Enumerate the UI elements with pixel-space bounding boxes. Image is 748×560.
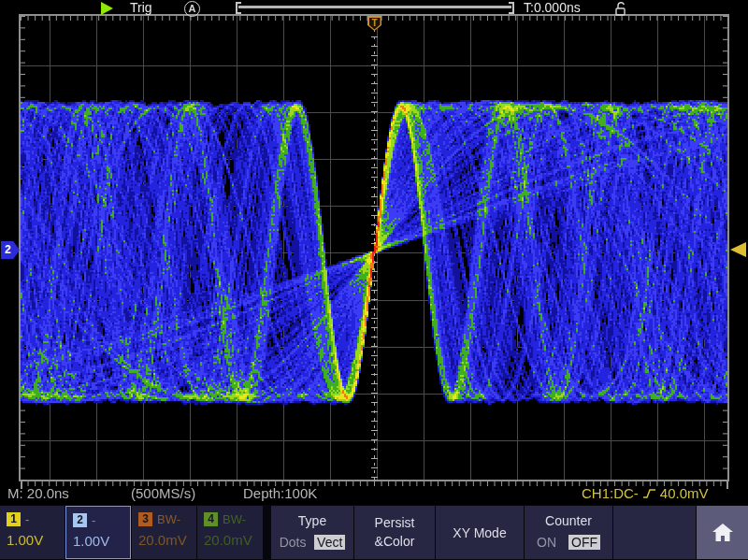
bottom-menu-bar: 1 - 1.00V 2 - 1.00V 3 BW- 20.0mV 4 BW-: [0, 505, 748, 560]
waveform-display: [0, 0, 748, 505]
trig-status-label: Trig: [130, 0, 152, 15]
memory-bar-fill: [238, 6, 511, 8]
home-icon: [712, 524, 733, 542]
menu-counter-title: Counter: [525, 513, 612, 528]
home-button[interactable]: [697, 506, 748, 559]
menu-counter-option-off[interactable]: OFF: [568, 535, 600, 550]
channel2-box[interactable]: 2 - 1.00V: [65, 506, 131, 559]
channel4-scale: 20.0mV: [204, 532, 263, 548]
channel2-coupling: -: [92, 513, 95, 527]
trigger-readout: CH1:DC- 40.0mV: [582, 485, 709, 501]
channel2-badge: 2: [73, 513, 87, 527]
timebase-readout: M: 20.0ns: [7, 485, 69, 501]
oscilloscope-screen: Trig A T:0.000ns T 2 M: 20.0ns (500MS/s)…: [0, 0, 748, 560]
channel1-badge: 1: [7, 512, 21, 526]
menu-counter[interactable]: Counter ON OFF: [525, 506, 612, 559]
menu-type-option-dots[interactable]: Dots: [280, 535, 307, 550]
run-play-icon: [101, 2, 113, 15]
channel4-coupling: BW-: [223, 512, 246, 526]
trigger-level-text: 40.0mV: [660, 485, 709, 501]
memory-bar-right-bracket: [509, 2, 514, 14]
menu-type-title: Type: [271, 513, 353, 528]
trigger-source-text: CH1:DC-: [582, 485, 639, 501]
sample-rate-readout: (500MS/s): [131, 485, 195, 501]
auto-trigger-icon: A: [184, 1, 200, 17]
channel3-coupling: BW-: [157, 512, 180, 526]
menu-xy-mode[interactable]: XY Mode: [436, 506, 524, 559]
channel4-badge: 4: [204, 512, 218, 526]
channel1-box[interactable]: 1 - 1.00V: [0, 506, 65, 559]
channel1-coupling: -: [25, 512, 29, 526]
rising-edge-icon: [642, 487, 656, 500]
menu-xy-label: XY Mode: [436, 506, 524, 559]
memory-position-bar[interactable]: [236, 2, 514, 14]
menu-type-option-vect[interactable]: Vect: [314, 535, 345, 550]
channel3-badge: 3: [138, 512, 152, 526]
channel3-box[interactable]: 3 BW- 20.0mV: [132, 506, 196, 559]
menu-persist-line2: &Color: [354, 532, 435, 551]
menu-persist-color[interactable]: Persist &Color: [354, 506, 435, 559]
unlock-icon[interactable]: [614, 1, 628, 16]
menu-persist-line1: Persist: [354, 513, 435, 532]
channel4-box[interactable]: 4 BW- 20.0mV: [197, 506, 263, 559]
channel1-scale: 1.00V: [7, 532, 65, 548]
menu-empty-box: [613, 506, 696, 559]
channel3-scale: 20.0mV: [138, 532, 196, 548]
memory-depth-readout: Depth:100K: [243, 485, 317, 501]
menu-counter-option-on[interactable]: ON: [537, 535, 556, 550]
trigger-time-offset: T:0.000ns: [524, 0, 581, 15]
menu-type[interactable]: Type Dots Vect: [271, 506, 353, 559]
channel2-scale: 1.00V: [73, 533, 130, 549]
